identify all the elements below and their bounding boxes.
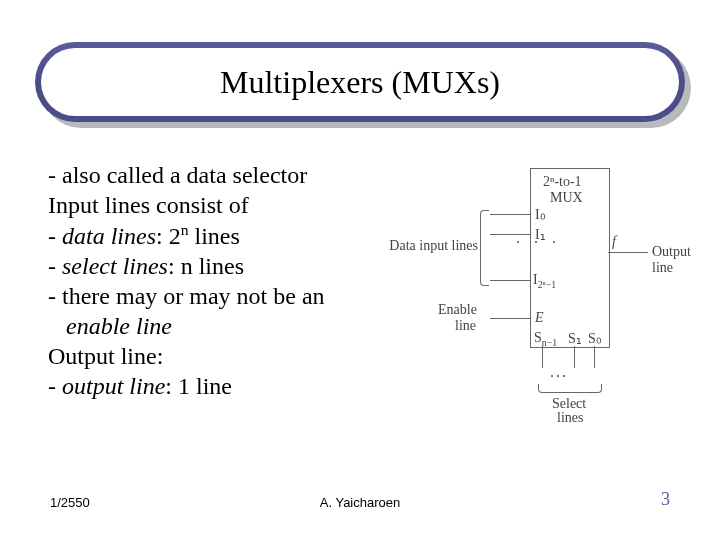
footer-author: A. Yaicharoen xyxy=(0,495,720,510)
footer-page-number: 3 xyxy=(661,489,670,510)
diagram-label: line xyxy=(455,318,476,334)
wire xyxy=(490,318,530,319)
port-label: I2ⁿ−1 xyxy=(533,272,556,290)
port-label: S₀ xyxy=(588,330,602,347)
diagram-label: lines xyxy=(557,410,583,426)
bullet-line: enable line xyxy=(48,311,378,341)
title-banner: Multiplexers (MUXs) xyxy=(35,42,685,122)
ellipsis-icon: ··· xyxy=(508,240,562,244)
bullet-dash: - xyxy=(48,373,62,399)
wire xyxy=(490,234,530,235)
mux-label-top: 2ⁿ-to-1 xyxy=(543,174,582,190)
wire xyxy=(490,280,530,281)
bullet-text: lines xyxy=(188,223,239,249)
port-label: Sn−1 xyxy=(534,330,557,348)
bullet-line: - data lines: 2n lines xyxy=(48,220,378,251)
mux-diagram: 2ⁿ-to-1 MUX I₀ I₁ ··· I2ⁿ−1 Data input l… xyxy=(380,162,710,422)
bullet-line: - output line: 1 line xyxy=(48,371,378,401)
slide-title: Multiplexers (MUXs) xyxy=(220,64,500,101)
bullet-line: Input lines consist of xyxy=(48,190,378,220)
slide: Multiplexers (MUXs) - also called a data… xyxy=(0,0,720,540)
wire xyxy=(490,214,530,215)
bullet-dash: - xyxy=(48,223,62,249)
diagram-label: Enable xyxy=(438,302,477,318)
bullet-text: : 1 line xyxy=(165,373,232,399)
mux-label-bottom: MUX xyxy=(550,190,583,206)
wire xyxy=(594,346,595,368)
port-label-sub: 2ⁿ−1 xyxy=(538,279,556,290)
bullet-em: select lines xyxy=(62,253,168,279)
bullet-text: : 2 xyxy=(156,223,181,249)
port-label: f xyxy=(612,234,616,250)
port-label: S₁ xyxy=(568,330,582,347)
bullet-dash: - xyxy=(48,253,62,279)
port-label: E xyxy=(535,310,544,326)
port-label-text: S xyxy=(534,330,542,345)
diagram-label: Output line xyxy=(652,244,710,276)
bullet-em: data lines xyxy=(62,223,156,249)
diagram-label: Data input lines xyxy=(380,238,478,254)
wire xyxy=(574,346,575,368)
title-inner: Multiplexers (MUXs) xyxy=(41,48,679,116)
wire xyxy=(542,346,543,368)
brace-icon xyxy=(480,210,489,286)
content-text: - also called a data selector Input line… xyxy=(48,160,378,401)
bullet-text: : n lines xyxy=(168,253,244,279)
bullet-line: - also called a data selector xyxy=(48,160,378,190)
port-label: I₀ xyxy=(535,206,546,223)
bullet-em: output line xyxy=(62,373,165,399)
brace-icon xyxy=(538,384,602,393)
bullet-line: - there may or may not be an xyxy=(48,281,378,311)
port-label-sub: n−1 xyxy=(542,337,557,348)
bullet-line: Output line: xyxy=(48,341,378,371)
wire xyxy=(608,252,648,253)
bullet-line: - select lines: n lines xyxy=(48,251,378,281)
title-frame: Multiplexers (MUXs) xyxy=(35,42,685,122)
